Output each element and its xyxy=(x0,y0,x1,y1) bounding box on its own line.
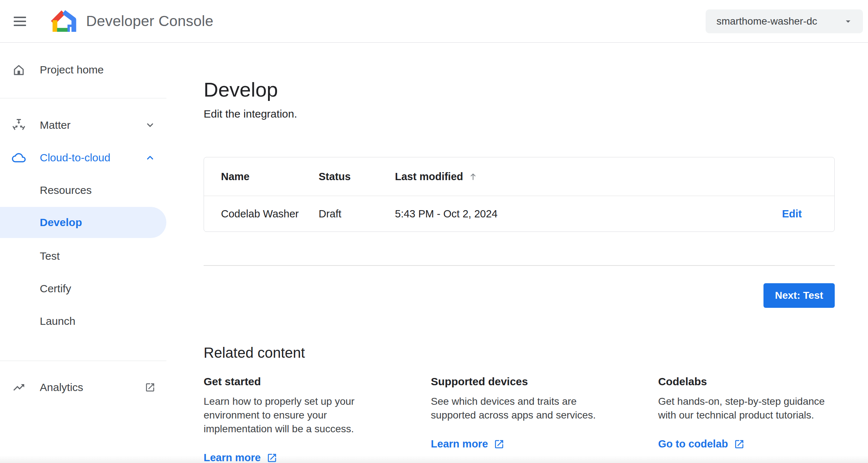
google-home-logo xyxy=(51,7,78,36)
app-root: Developer Console smarthome-washer-dc Pr… xyxy=(0,0,868,463)
section-divider xyxy=(204,265,835,266)
open-in-new-icon xyxy=(734,439,745,450)
sidebar-item-launch[interactable]: Launch xyxy=(0,310,166,332)
actions-row: Next: Test xyxy=(204,283,835,308)
sidebar-item-resources[interactable]: Resources xyxy=(0,179,166,201)
table-row: Codelab Washer Draft 5:43 PM - Oct 2, 20… xyxy=(204,196,834,232)
column-header-name[interactable]: Name xyxy=(221,171,319,183)
open-in-new-icon xyxy=(145,382,156,393)
sort-arrow-up-icon xyxy=(468,172,478,181)
card-heading: Get started xyxy=(204,375,380,388)
column-header-status[interactable]: Status xyxy=(319,171,395,183)
sidebar-item-cloud-to-cloud[interactable]: Cloud-to-cloud xyxy=(0,147,166,169)
trending-up-icon xyxy=(12,381,26,394)
edit-link[interactable]: Edit xyxy=(782,208,802,220)
sidebar-item-matter[interactable]: Matter xyxy=(0,114,166,136)
app-title: Developer Console xyxy=(86,13,213,30)
learn-more-link[interactable]: Learn more xyxy=(204,452,277,463)
card-body: Learn how to properly set up your enviro… xyxy=(204,395,380,436)
card-codelabs: Codelabs Get hands-on, step-by-step guid… xyxy=(658,375,835,463)
sidebar-item-label: Test xyxy=(40,250,60,262)
sidebar: Project home xyxy=(0,43,166,463)
sidebar-item-label: Cloud-to-cloud xyxy=(40,152,110,164)
sidebar-item-project-home[interactable]: Project home xyxy=(0,59,166,81)
page-subtitle: Edit the integration. xyxy=(204,107,835,121)
app-header: Developer Console smarthome-washer-dc xyxy=(0,0,868,43)
caret-down-icon xyxy=(843,16,854,27)
card-heading: Supported devices xyxy=(431,375,607,388)
next-test-button[interactable]: Next: Test xyxy=(763,283,835,308)
chevron-down-icon xyxy=(145,120,156,131)
open-in-new-icon xyxy=(267,453,277,463)
cell-last-modified: 5:43 PM - Oct 2, 2024 xyxy=(395,208,748,220)
integrations-table: Name Status Last modified Codelab Washer… xyxy=(204,157,835,232)
sidebar-item-label: Resources xyxy=(40,184,92,196)
hamburger-icon xyxy=(14,17,26,18)
sidebar-item-certify[interactable]: Certify xyxy=(0,278,166,300)
menu-button[interactable] xyxy=(14,15,28,27)
card-body: See which devices and traits are support… xyxy=(431,395,607,422)
chevron-up-icon xyxy=(145,152,156,163)
cloud-icon xyxy=(12,151,26,165)
sidebar-item-label: Project home xyxy=(40,64,104,76)
cell-status: Draft xyxy=(319,208,395,220)
sidebar-item-label: Certify xyxy=(40,283,71,295)
sidebar-item-label: Analytics xyxy=(40,381,83,394)
main-content: Develop Edit the integration. Name Statu… xyxy=(166,43,868,463)
project-selector-value: smarthome-washer-dc xyxy=(716,16,817,27)
card-body: Get hands-on, step-by-step guidance with… xyxy=(658,395,835,422)
sidebar-item-test[interactable]: Test xyxy=(0,245,166,267)
related-content-title: Related content xyxy=(204,344,835,361)
page-title: Develop xyxy=(204,78,835,102)
sidebar-item-analytics[interactable]: Analytics xyxy=(0,377,166,398)
card-supported-devices: Supported devices See which devices and … xyxy=(431,375,607,463)
open-in-new-icon xyxy=(494,439,505,450)
project-selector[interactable]: smarthome-washer-dc xyxy=(706,9,863,33)
home-icon xyxy=(12,63,26,77)
card-heading: Codelabs xyxy=(658,375,835,388)
cell-name: Codelab Washer xyxy=(221,208,319,220)
sidebar-divider xyxy=(0,98,166,98)
go-to-codelab-link[interactable]: Go to codelab xyxy=(658,438,745,450)
sidebar-item-label: Matter xyxy=(40,119,71,131)
sidebar-item-label: Develop xyxy=(40,216,82,229)
sidebar-divider xyxy=(0,361,166,361)
card-get-started: Get started Learn how to properly set up… xyxy=(204,375,380,463)
sidebar-item-label: Launch xyxy=(40,315,75,327)
table-header-row: Name Status Last modified xyxy=(204,157,834,196)
learn-more-link[interactable]: Learn more xyxy=(431,438,505,450)
page-shell: Project home xyxy=(0,43,868,463)
matter-icon xyxy=(12,118,26,132)
sidebar-item-develop[interactable]: Develop xyxy=(0,207,166,238)
column-header-last-modified[interactable]: Last modified xyxy=(395,171,748,183)
related-cards: Get started Learn how to properly set up… xyxy=(204,375,835,463)
